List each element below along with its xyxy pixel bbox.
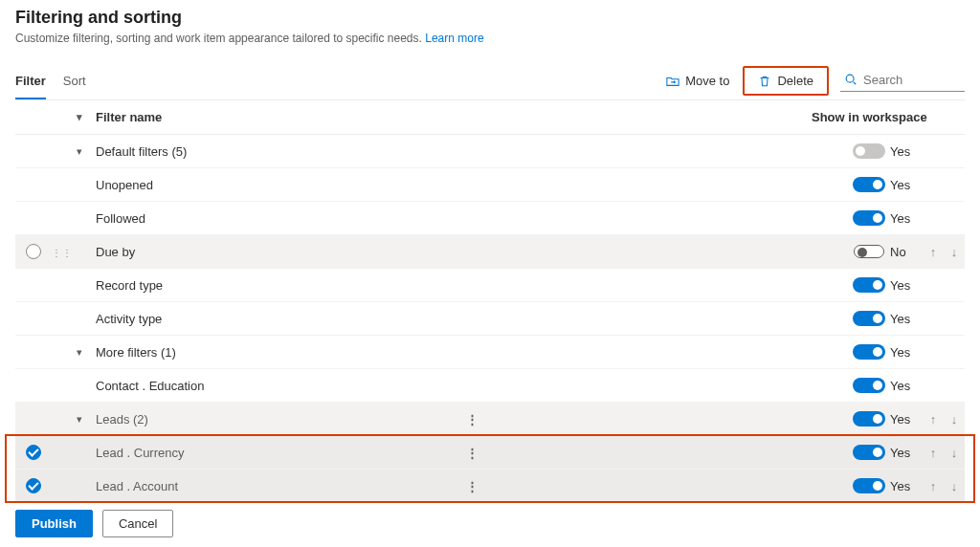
- tabs: Filter Sort: [15, 68, 86, 99]
- search-icon: [844, 73, 858, 86]
- toggle-value: Yes: [890, 379, 923, 393]
- tab-filter[interactable]: Filter: [15, 68, 46, 99]
- arrow-down-icon[interactable]: ↓: [951, 412, 958, 427]
- toggle-value: Yes: [890, 278, 923, 293]
- row-record-type[interactable]: Record type Yes: [15, 269, 965, 302]
- row-lead-account[interactable]: Lead . Account ⋮ Yes ↑ ↓: [15, 470, 965, 503]
- chevron-down-icon[interactable]: ▾: [77, 145, 82, 158]
- search-box[interactable]: [840, 71, 965, 92]
- search-input[interactable]: [863, 73, 961, 87]
- toggle-contact-education[interactable]: [853, 378, 885, 393]
- delete-highlight-box: Delete: [743, 66, 829, 96]
- row-leads[interactable]: ▾ Leads (2) ⋮ Yes ↑ ↓: [15, 403, 965, 436]
- toggle-leads[interactable]: [853, 411, 885, 427]
- toggle-value: Yes: [890, 479, 923, 493]
- col-filter-name[interactable]: Filter name: [92, 110, 440, 124]
- toggle-value: Yes: [890, 412, 923, 427]
- row-activity-type[interactable]: Activity type Yes: [15, 302, 965, 336]
- toggle-value: Yes: [890, 345, 923, 360]
- folder-move-icon: [666, 75, 679, 88]
- more-menu-icon[interactable]: ⋮: [466, 479, 479, 493]
- toggle-value: No: [890, 245, 923, 259]
- row-label: Lead . Account: [96, 479, 178, 493]
- grid-header: ▾ Filter name Show in workspace: [15, 100, 965, 135]
- learn-more-link[interactable]: Learn more: [425, 32, 483, 45]
- tab-sort[interactable]: Sort: [63, 68, 86, 99]
- row-lead-currency[interactable]: Lead . Currency ⋮ Yes ↑ ↓: [15, 436, 965, 470]
- row-label: Default filters (5): [96, 144, 187, 159]
- toggle-value: Yes: [890, 178, 923, 192]
- row-followed[interactable]: Followed Yes: [15, 202, 965, 235]
- toggle-lead-account[interactable]: [853, 478, 885, 493]
- row-label: Followed: [96, 211, 145, 226]
- toggle-followed[interactable]: [853, 210, 885, 226]
- row-label: Unopened: [96, 178, 153, 192]
- page-title: Filtering and sorting: [15, 8, 965, 28]
- row-contact-education[interactable]: Contact . Education Yes: [15, 369, 965, 403]
- svg-point-0: [846, 75, 854, 82]
- toggle-value: Yes: [890, 312, 923, 326]
- toggle-lead-currency[interactable]: [853, 445, 885, 460]
- publish-button[interactable]: Publish: [15, 510, 93, 537]
- row-default-filters[interactable]: ▾ Default filters (5) Yes: [15, 135, 965, 168]
- row-label: Due by: [96, 245, 135, 259]
- row-label: Leads (2): [96, 412, 148, 427]
- page-desc-text: Customize filtering, sorting and work it…: [15, 32, 422, 45]
- toggle-value: Yes: [890, 446, 923, 460]
- row-label: Contact . Education: [96, 379, 204, 393]
- more-menu-icon[interactable]: ⋮: [466, 446, 479, 460]
- toggle-value: Yes: [890, 211, 923, 226]
- footer-actions: Publish Cancel: [15, 510, 173, 537]
- delete-label: Delete: [777, 74, 813, 88]
- toggle-activity-type[interactable]: [853, 311, 885, 326]
- toggle-record-type[interactable]: [853, 277, 885, 293]
- row-checkbox[interactable]: [26, 478, 41, 493]
- row-label: Record type: [96, 278, 163, 293]
- row-label: Activity type: [96, 312, 162, 326]
- delete-button[interactable]: Delete: [750, 70, 821, 92]
- arrow-down-icon[interactable]: ↓: [951, 245, 958, 259]
- col-show-in-workspace[interactable]: Show in workspace: [812, 110, 965, 124]
- arrow-up-icon[interactable]: ↑: [930, 245, 937, 259]
- chevron-down-icon[interactable]: ▾: [77, 413, 82, 426]
- arrow-up-icon[interactable]: ↑: [930, 412, 937, 427]
- arrow-up-icon[interactable]: ↑: [930, 446, 937, 460]
- arrow-down-icon[interactable]: ↓: [951, 479, 958, 493]
- row-unopened[interactable]: Unopened Yes: [15, 168, 965, 202]
- row-label: Lead . Currency: [96, 446, 185, 460]
- more-menu-icon[interactable]: ⋮: [466, 412, 479, 427]
- toggle-more-filters[interactable]: [853, 344, 885, 360]
- toggle-due-by[interactable]: [854, 245, 884, 258]
- cancel-button[interactable]: Cancel: [102, 510, 173, 537]
- toggle-unopened[interactable]: [853, 177, 885, 192]
- chevron-down-icon[interactable]: ▾: [77, 111, 82, 123]
- row-more-filters[interactable]: ▾ More filters (1) Yes: [15, 336, 965, 369]
- toggle-value: Yes: [890, 144, 923, 159]
- toggle-default-filters: [853, 143, 885, 159]
- row-label: More filters (1): [96, 345, 176, 360]
- arrow-up-icon[interactable]: ↑: [930, 479, 937, 493]
- drag-handle-icon[interactable]: ⋮⋮: [52, 248, 73, 258]
- move-to-button[interactable]: Move to: [658, 70, 737, 92]
- arrow-down-icon[interactable]: ↓: [951, 446, 958, 460]
- page-description: Customize filtering, sorting and work it…: [15, 32, 965, 45]
- row-due-by[interactable]: ⋮⋮ Due by No ↑ ↓: [15, 235, 965, 269]
- row-checkbox[interactable]: [26, 244, 41, 259]
- chevron-down-icon[interactable]: ▾: [77, 346, 82, 359]
- row-checkbox[interactable]: [26, 445, 41, 460]
- trash-icon: [758, 75, 771, 88]
- move-to-label: Move to: [685, 74, 729, 88]
